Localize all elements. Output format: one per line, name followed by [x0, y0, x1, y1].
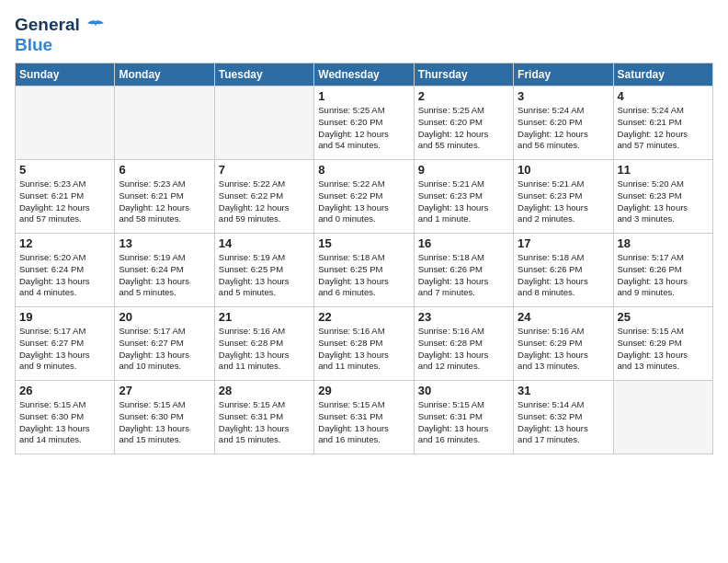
- cell-content: Sunrise: 5:18 AM Sunset: 6:26 PM Dayligh…: [418, 252, 509, 299]
- day-number: 28: [219, 384, 310, 397]
- calendar-cell: 30Sunrise: 5:15 AM Sunset: 6:31 PM Dayli…: [414, 381, 513, 454]
- calendar-week-4: 19Sunrise: 5:17 AM Sunset: 6:27 PM Dayli…: [16, 307, 713, 381]
- cell-content: Sunrise: 5:20 AM Sunset: 6:23 PM Dayligh…: [618, 178, 709, 225]
- cell-content: Sunrise: 5:14 AM Sunset: 6:32 PM Dayligh…: [518, 399, 609, 446]
- day-number: 1: [318, 89, 409, 103]
- calendar-cell: 18Sunrise: 5:17 AM Sunset: 6:26 PM Dayli…: [613, 234, 712, 307]
- calendar-cell: 25Sunrise: 5:15 AM Sunset: 6:29 PM Dayli…: [613, 307, 712, 381]
- day-number: 7: [219, 163, 310, 177]
- cell-content: Sunrise: 5:21 AM Sunset: 6:23 PM Dayligh…: [518, 178, 609, 225]
- day-header-sunday: Sunday: [16, 63, 115, 86]
- day-number: 12: [19, 236, 110, 250]
- cell-content: Sunrise: 5:23 AM Sunset: 6:21 PM Dayligh…: [119, 178, 210, 225]
- day-number: 5: [19, 163, 110, 177]
- calendar-cell: 16Sunrise: 5:18 AM Sunset: 6:26 PM Dayli…: [414, 234, 513, 307]
- calendar-cell: 29Sunrise: 5:15 AM Sunset: 6:31 PM Dayli…: [314, 381, 414, 454]
- cell-content: Sunrise: 5:16 AM Sunset: 6:29 PM Dayligh…: [518, 326, 609, 373]
- day-number: 4: [618, 89, 709, 103]
- calendar-week-3: 12Sunrise: 5:20 AM Sunset: 6:24 PM Dayli…: [16, 234, 713, 307]
- day-number: 27: [119, 384, 210, 397]
- cell-content: Sunrise: 5:17 AM Sunset: 6:27 PM Dayligh…: [119, 326, 210, 373]
- day-header-friday: Friday: [514, 63, 613, 86]
- calendar-cell: 1Sunrise: 5:25 AM Sunset: 6:20 PM Daylig…: [314, 86, 414, 160]
- cell-content: Sunrise: 5:15 AM Sunset: 6:31 PM Dayligh…: [318, 399, 409, 446]
- logo-general: General: [15, 15, 80, 34]
- calendar-cell: 7Sunrise: 5:22 AM Sunset: 6:22 PM Daylig…: [214, 160, 313, 234]
- calendar-cell: 24Sunrise: 5:16 AM Sunset: 6:29 PM Dayli…: [514, 307, 613, 381]
- cell-content: Sunrise: 5:24 AM Sunset: 6:21 PM Dayligh…: [618, 105, 709, 152]
- calendar-week-5: 26Sunrise: 5:15 AM Sunset: 6:30 PM Dayli…: [16, 381, 713, 454]
- day-number: 16: [418, 236, 509, 250]
- cell-content: Sunrise: 5:16 AM Sunset: 6:28 PM Dayligh…: [418, 326, 509, 373]
- calendar-cell: 14Sunrise: 5:19 AM Sunset: 6:25 PM Dayli…: [214, 234, 313, 307]
- cell-content: Sunrise: 5:22 AM Sunset: 6:22 PM Dayligh…: [318, 178, 409, 225]
- cell-content: Sunrise: 5:18 AM Sunset: 6:26 PM Dayligh…: [518, 252, 609, 299]
- logo-blue: Blue: [15, 35, 52, 54]
- cell-content: Sunrise: 5:15 AM Sunset: 6:30 PM Dayligh…: [19, 399, 110, 446]
- calendar-header: SundayMondayTuesdayWednesdayThursdayFrid…: [16, 63, 713, 86]
- calendar-cell: [16, 86, 115, 160]
- calendar-cell: [115, 86, 214, 160]
- calendar-cell: 15Sunrise: 5:18 AM Sunset: 6:25 PM Dayli…: [314, 234, 414, 307]
- calendar-cell: 12Sunrise: 5:20 AM Sunset: 6:24 PM Dayli…: [16, 234, 115, 307]
- calendar-cell: 2Sunrise: 5:25 AM Sunset: 6:20 PM Daylig…: [414, 86, 513, 160]
- day-number: 26: [19, 384, 110, 397]
- cell-content: Sunrise: 5:19 AM Sunset: 6:24 PM Dayligh…: [119, 252, 210, 299]
- day-number: 22: [318, 310, 409, 324]
- day-number: 24: [518, 310, 609, 324]
- day-number: 2: [418, 89, 509, 103]
- calendar-cell: 19Sunrise: 5:17 AM Sunset: 6:27 PM Dayli…: [16, 307, 115, 381]
- calendar-cell: 22Sunrise: 5:16 AM Sunset: 6:28 PM Dayli…: [314, 307, 414, 381]
- day-number: 23: [418, 310, 509, 324]
- cell-content: Sunrise: 5:22 AM Sunset: 6:22 PM Dayligh…: [219, 178, 310, 225]
- day-number: 21: [219, 310, 310, 324]
- day-number: 31: [518, 384, 609, 397]
- cell-content: Sunrise: 5:16 AM Sunset: 6:28 PM Dayligh…: [219, 326, 310, 373]
- calendar-week-1: 1Sunrise: 5:25 AM Sunset: 6:20 PM Daylig…: [16, 86, 713, 160]
- cell-content: Sunrise: 5:20 AM Sunset: 6:24 PM Dayligh…: [19, 252, 110, 299]
- cell-content: Sunrise: 5:18 AM Sunset: 6:25 PM Dayligh…: [318, 252, 409, 299]
- cell-content: Sunrise: 5:19 AM Sunset: 6:25 PM Dayligh…: [219, 252, 310, 299]
- day-number: 10: [518, 163, 609, 177]
- cell-content: Sunrise: 5:23 AM Sunset: 6:21 PM Dayligh…: [19, 178, 110, 225]
- calendar-week-2: 5Sunrise: 5:23 AM Sunset: 6:21 PM Daylig…: [16, 160, 713, 234]
- calendar-cell: 5Sunrise: 5:23 AM Sunset: 6:21 PM Daylig…: [16, 160, 115, 234]
- day-number: 17: [518, 236, 609, 250]
- header: General Blue: [15, 15, 713, 55]
- calendar-cell: [613, 381, 712, 454]
- calendar-cell: 20Sunrise: 5:17 AM Sunset: 6:27 PM Dayli…: [115, 307, 214, 381]
- cell-content: Sunrise: 5:15 AM Sunset: 6:31 PM Dayligh…: [418, 399, 509, 446]
- calendar-cell: 28Sunrise: 5:15 AM Sunset: 6:31 PM Dayli…: [214, 381, 313, 454]
- calendar-cell: 10Sunrise: 5:21 AM Sunset: 6:23 PM Dayli…: [514, 160, 613, 234]
- calendar-cell: 13Sunrise: 5:19 AM Sunset: 6:24 PM Dayli…: [115, 234, 214, 307]
- calendar-cell: [214, 86, 313, 160]
- cell-content: Sunrise: 5:25 AM Sunset: 6:20 PM Dayligh…: [418, 105, 509, 152]
- day-number: 6: [119, 163, 210, 177]
- day-number: 18: [618, 236, 709, 250]
- calendar-cell: 31Sunrise: 5:14 AM Sunset: 6:32 PM Dayli…: [514, 381, 613, 454]
- cell-content: Sunrise: 5:16 AM Sunset: 6:28 PM Dayligh…: [318, 326, 409, 373]
- day-number: 14: [219, 236, 310, 250]
- cell-content: Sunrise: 5:24 AM Sunset: 6:20 PM Dayligh…: [518, 105, 609, 152]
- day-header-thursday: Thursday: [414, 63, 513, 86]
- cell-content: Sunrise: 5:15 AM Sunset: 6:29 PM Dayligh…: [618, 326, 709, 373]
- calendar-cell: 9Sunrise: 5:21 AM Sunset: 6:23 PM Daylig…: [414, 160, 513, 234]
- bird-icon: [85, 18, 106, 35]
- day-number: 15: [318, 236, 409, 250]
- calendar-cell: 4Sunrise: 5:24 AM Sunset: 6:21 PM Daylig…: [613, 86, 712, 160]
- day-number: 8: [318, 163, 409, 177]
- day-header-wednesday: Wednesday: [314, 63, 414, 86]
- calendar-cell: 23Sunrise: 5:16 AM Sunset: 6:28 PM Dayli…: [414, 307, 513, 381]
- calendar-cell: 27Sunrise: 5:15 AM Sunset: 6:30 PM Dayli…: [115, 381, 214, 454]
- calendar-cell: 8Sunrise: 5:22 AM Sunset: 6:22 PM Daylig…: [314, 160, 414, 234]
- calendar-cell: 3Sunrise: 5:24 AM Sunset: 6:20 PM Daylig…: [514, 86, 613, 160]
- cell-content: Sunrise: 5:15 AM Sunset: 6:30 PM Dayligh…: [119, 399, 210, 446]
- calendar-cell: 26Sunrise: 5:15 AM Sunset: 6:30 PM Dayli…: [16, 381, 115, 454]
- calendar-body: 1Sunrise: 5:25 AM Sunset: 6:20 PM Daylig…: [16, 86, 713, 454]
- calendar-cell: 17Sunrise: 5:18 AM Sunset: 6:26 PM Dayli…: [514, 234, 613, 307]
- cell-content: Sunrise: 5:21 AM Sunset: 6:23 PM Dayligh…: [418, 178, 509, 225]
- cell-content: Sunrise: 5:15 AM Sunset: 6:31 PM Dayligh…: [219, 399, 310, 446]
- day-header-monday: Monday: [115, 63, 214, 86]
- logo: General Blue: [15, 15, 106, 55]
- day-number: 30: [418, 384, 509, 397]
